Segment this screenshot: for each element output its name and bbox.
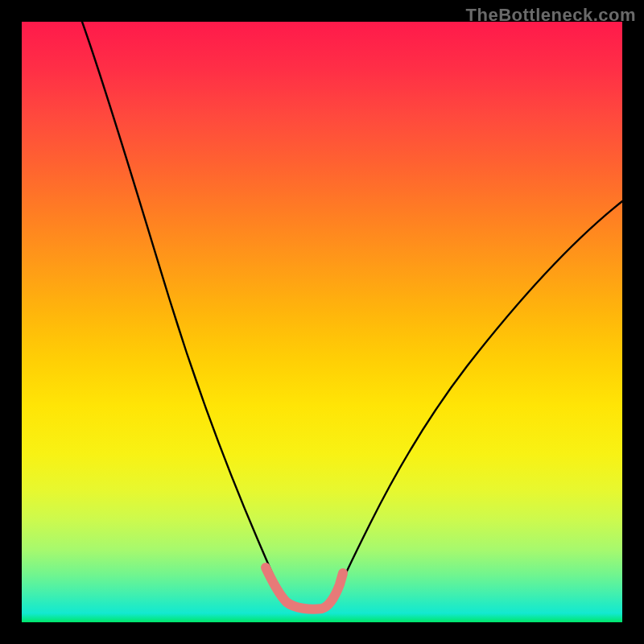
watermark-text: TheBottleneck.com: [466, 5, 636, 26]
chart-container: TheBottleneck.com: [0, 0, 644, 644]
plot-gradient-background: [22, 22, 622, 622]
